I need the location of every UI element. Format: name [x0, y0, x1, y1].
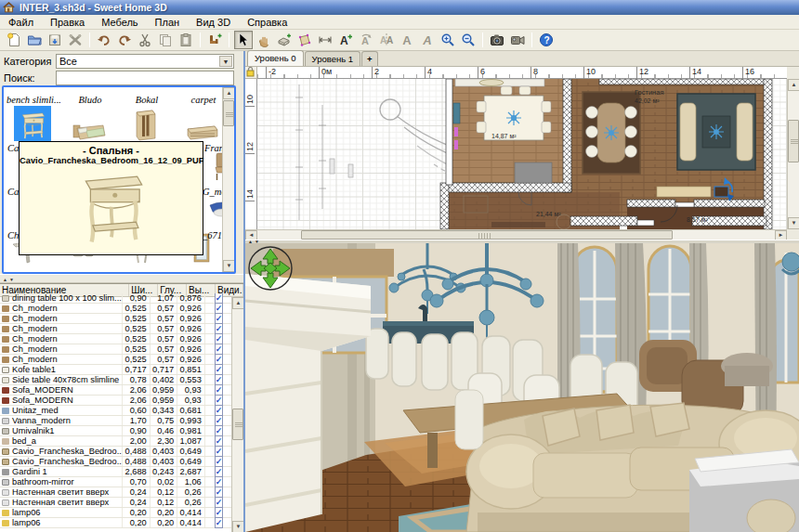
furniture-name: Ch_modern — [12, 304, 58, 313]
save-home-button[interactable] — [46, 31, 64, 49]
scroll-down-arrow-icon[interactable]: ▼ — [232, 521, 243, 532]
catalog-item-label[interactable]: Bokal — [120, 95, 174, 105]
table-row[interactable]: Ch_modern 0,525 0,57 0,926 — [0, 334, 231, 344]
table-row[interactable]: Настенная светит вверх 0,24 0,12 0,26 — [0, 487, 231, 498]
preferences-button[interactable] — [66, 31, 85, 49]
table-row[interactable]: Kofe table1 0,717 0,717 0,851 — [0, 365, 231, 375]
create-dimensions-button[interactable] — [316, 31, 334, 49]
scroll-up-arrow-icon[interactable]: ▲ — [232, 297, 243, 309]
catalog-item-label[interactable]: Bludo — [63, 95, 117, 105]
open-home-button[interactable] — [25, 31, 44, 49]
cut-icon — [138, 32, 152, 47]
cut-button[interactable] — [136, 31, 154, 49]
plan-horizontal-scrollbar[interactable]: ◄ ► — [245, 229, 787, 240]
table-row[interactable]: Ch_modern 0,525 0,57 0,926 — [0, 324, 231, 334]
menu-item[interactable]: Мебель — [93, 16, 146, 29]
paste-button[interactable] — [177, 31, 195, 49]
table-row[interactable]: Umivalnik1 0,90 0,46 0,981 — [0, 426, 231, 436]
table-row[interactable]: bathroom-mirror 0,70 0,02 1,06 — [0, 477, 231, 487]
help-button[interactable]: ? — [537, 31, 556, 49]
table-row[interactable]: bed_a 2,00 2,30 1,087 — [0, 436, 231, 447]
zoom-in-button[interactable] — [439, 31, 457, 49]
table-row[interactable]: Unitaz_med 0,60 0,343 0,681 — [0, 406, 231, 416]
toolbar: A A AA A A ? — [0, 30, 799, 51]
furniture-depth: 0,959 — [151, 385, 178, 395]
select-tool-button[interactable] — [234, 31, 253, 49]
table-row[interactable]: Настенная светит вверх 0,24 0,12 0,26 — [0, 498, 231, 508]
ottoman[interactable] — [689, 449, 799, 532]
scroll-up-arrow-icon[interactable]: ▲ — [788, 79, 799, 91]
scrollbar-thumb[interactable] — [301, 230, 673, 240]
catalog-thumbnail[interactable] — [71, 106, 108, 141]
chevron-down-icon[interactable]: ▼ — [219, 56, 232, 67]
table-row[interactable]: Cavio_Francheska_Bedroo... 0,488 0,403 0… — [0, 447, 231, 457]
plan-living-dining-set[interactable] — [583, 92, 640, 174]
catalog-list[interactable]: bench slimli...BludoBokalcarpet — [2, 85, 236, 274]
furniture-item-icon — [2, 336, 9, 343]
catalog-item-label[interactable]: bench slimli... — [7, 95, 60, 105]
home-furniture-table[interactable]: Наименование Ши... Глу... Вы... Види... … — [0, 283, 243, 532]
level-tab[interactable]: Уровень 0 — [247, 50, 304, 66]
menu-item[interactable]: Вид 3D — [188, 16, 239, 29]
scroll-up-arrow-icon[interactable]: ▲ — [223, 87, 235, 99]
table-row[interactable]: Side table 40x78cm slimline 0,78 0,402 0… — [0, 375, 231, 385]
scrollbar-thumb[interactable] — [223, 100, 234, 126]
catalog-thumbnail[interactable] — [184, 106, 221, 141]
redo-button[interactable] — [115, 31, 134, 49]
mirror-text-button[interactable]: AA — [377, 31, 396, 49]
create-walls-button[interactable] — [275, 31, 294, 49]
pan-tool-button[interactable] — [255, 31, 273, 49]
menu-item[interactable]: Справка — [239, 16, 295, 29]
table-row[interactable]: Gardini 1 2,688 0,243 2,687 — [0, 467, 231, 477]
menu-item[interactable]: Правка — [42, 16, 93, 29]
category-select[interactable]: Все▼ — [56, 54, 234, 69]
splitter-collapse-icons[interactable]: ▲▼ — [3, 277, 16, 282]
visibility-checkbox[interactable] — [215, 517, 224, 528]
video-button[interactable] — [508, 31, 527, 49]
catalog-thumbnail-selected[interactable] — [14, 106, 51, 141]
italic-button[interactable]: A — [418, 31, 437, 49]
table-row[interactable]: Ch_modern 0,525 0,57 0,926 — [0, 314, 231, 324]
scrollbar-thumb[interactable] — [788, 120, 799, 162]
table-row[interactable]: Cavio_Francheska_Bedroo... 0,488 0,403 0… — [0, 457, 231, 467]
copy-button[interactable] — [156, 31, 175, 49]
table-row[interactable]: Sofa_MODERN 2,06 0,959 0,93 — [0, 396, 231, 406]
table-row[interactable]: Ch_modern 0,525 0,57 0,926 — [0, 355, 231, 365]
photo-button[interactable] — [488, 31, 506, 49]
rotate-text-button[interactable]: A — [357, 31, 375, 49]
level-tab[interactable]: + — [361, 51, 378, 66]
undo-button[interactable] — [95, 31, 113, 49]
add-furniture-button[interactable] — [205, 31, 224, 49]
navigation-compass[interactable] — [249, 247, 292, 290]
title-bar[interactable]: INTER_3.sh3d - Sweet Home 3D — [0, 0, 799, 15]
white-chair[interactable] — [455, 390, 483, 449]
scroll-down-arrow-icon[interactable]: ▼ — [788, 217, 799, 229]
table-row[interactable]: Vanna_modern 1,70 0,75 0,993 — [0, 416, 231, 426]
catalog-table-splitter[interactable]: ▲▼ — [0, 274, 243, 283]
scrollbar-thumb[interactable] — [232, 409, 243, 440]
magnetism-lock-icon — [245, 67, 255, 77]
zoom-out-button[interactable] — [459, 31, 478, 49]
svg-text:A: A — [361, 35, 369, 46]
table-row[interactable]: Ch_modern 0,525 0,57 0,926 — [0, 304, 231, 314]
table-row[interactable]: Sofa_MODERN 2,06 0,959 0,93 — [0, 385, 231, 396]
create-rooms-button[interactable] — [295, 31, 314, 49]
table-row[interactable]: lamp06 0,20 0,20 0,414 — [0, 508, 231, 518]
add-text-button[interactable]: A — [336, 31, 355, 49]
table-row[interactable]: dining table 100 x 100 slim... 0,90 1,07… — [0, 293, 231, 304]
table-scrollbar[interactable]: ▲ ▼ — [231, 297, 243, 532]
view-3d[interactable] — [245, 243, 799, 532]
level-tab[interactable]: Уровень 1 — [305, 51, 361, 66]
table-row[interactable]: lamp06 0,20 0,20 0,414 — [0, 518, 231, 528]
table-row[interactable]: Ch_modern 0,525 0,57 0,926 — [0, 344, 231, 355]
plan-canvas[interactable]: Гостиная 42,02 м² 14,87 м² 21,44 м² 8,57… — [257, 79, 787, 229]
plan-vertical-scrollbar[interactable]: ▲ ▼ — [787, 79, 799, 229]
menu-item[interactable]: План — [147, 16, 189, 29]
catalog-scrollbar[interactable]: ▲ ▼ — [222, 87, 234, 272]
new-home-button[interactable] — [5, 31, 23, 49]
catalog-thumbnail[interactable] — [127, 106, 164, 141]
menu-item[interactable]: Файл — [0, 16, 42, 29]
search-input[interactable] — [56, 71, 234, 85]
bold-button[interactable]: A — [398, 31, 416, 49]
scroll-down-arrow-icon[interactable]: ▼ — [223, 260, 235, 272]
